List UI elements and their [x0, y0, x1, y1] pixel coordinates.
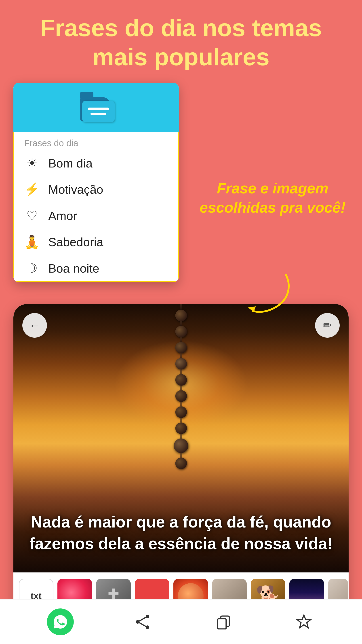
callout-text: Frase e imagem escolhidas pra você!	[197, 179, 349, 217]
back-button[interactable]: ←	[22, 313, 47, 338]
menu-label-boa-noite: Boa noite	[48, 262, 99, 275]
menu-label-sabedoria: Sabedoria	[48, 235, 103, 249]
svg-rect-7	[218, 619, 226, 629]
moon-icon: ☽	[24, 261, 40, 276]
svg-point-3	[146, 626, 149, 629]
svg-point-2	[136, 620, 139, 624]
menu-item-bom-dia[interactable]: ☀ Bom dia	[14, 150, 178, 176]
svg-point-1	[146, 615, 149, 618]
menu-item-boa-noite[interactable]: ☽ Boa noite	[14, 255, 178, 281]
whatsapp-button[interactable]	[47, 608, 74, 635]
dropdown-section-label: Frases do dia	[14, 132, 178, 150]
edit-icon: ✏	[323, 319, 332, 332]
quote-text: Nada é maior que a força da fé, quando f…	[27, 511, 335, 554]
dropdown-card: Frases do dia ☀ Bom dia ⚡ Motivação ♡ Am…	[13, 83, 179, 282]
share-button[interactable]	[132, 611, 154, 633]
curved-arrow	[241, 270, 300, 321]
sun-icon: ☀	[24, 156, 40, 170]
menu-item-sabedoria[interactable]: 🧘 Sabedoria	[14, 229, 178, 255]
app-header-bar	[13, 83, 179, 132]
menu-item-motivacao[interactable]: ⚡ Motivação	[14, 176, 178, 202]
menu-item-amor[interactable]: ♡ Amor	[14, 202, 178, 229]
bottom-nav	[0, 599, 362, 644]
copy-button[interactable]	[212, 611, 235, 633]
menu-label-motivacao: Motivação	[48, 182, 103, 196]
svg-marker-9	[297, 615, 311, 628]
edit-button[interactable]: ✏	[315, 313, 340, 338]
back-icon: ←	[29, 319, 40, 332]
header-title: Frases do dia nos temas mais populares	[0, 14, 362, 71]
phone-mockup: ← ✏ Nada é maior que a força da fé, quan…	[13, 304, 349, 620]
image-area: ← ✏ Nada é maior que a força da fé, quan…	[13, 304, 349, 572]
heart-icon: ♡	[24, 208, 40, 223]
menu-label-amor: Amor	[48, 209, 77, 223]
svg-line-5	[139, 623, 146, 626]
lightning-icon: ⚡	[24, 182, 40, 197]
menu-label-bom-dia: Bom dia	[48, 156, 92, 170]
favorite-button[interactable]	[293, 611, 315, 633]
svg-line-4	[139, 618, 146, 621]
meditation-icon: 🧘	[24, 234, 40, 249]
dropdown-menu: Frases do dia ☀ Bom dia ⚡ Motivação ♡ Am…	[13, 132, 179, 282]
